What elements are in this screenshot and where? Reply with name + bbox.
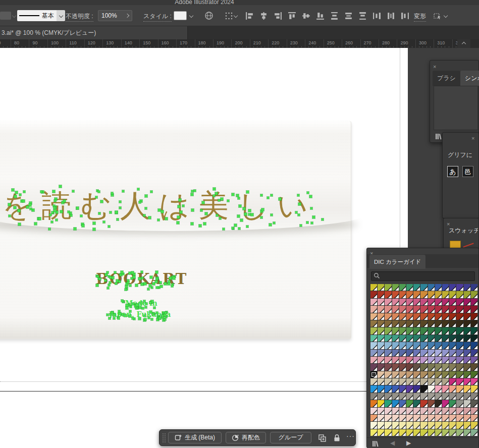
tab-brushes[interactable]: ブラシ [433,71,460,86]
dic-swatch[interactable] [471,335,477,342]
dic-swatch[interactable] [385,400,391,407]
dic-swatch[interactable] [435,422,442,428]
dic-swatch[interactable] [435,371,442,378]
dic-swatch[interactable] [449,284,456,291]
dic-swatch[interactable] [370,313,377,320]
libraries-icon[interactable] [372,440,380,446]
dic-swatch[interactable] [428,400,435,407]
dic-swatch[interactable] [464,385,470,392]
dic-swatch[interactable] [449,306,456,312]
dic-swatch[interactable] [399,400,406,407]
duplicate-plus-icon[interactable] [318,434,327,444]
dic-swatch[interactable] [385,350,391,356]
dic-swatch[interactable] [428,335,435,342]
close-icon[interactable]: × [471,136,474,141]
dic-swatch[interactable] [471,306,477,312]
made-in-line2[interactable]: Japan, Fukuoka [109,310,171,318]
dic-swatch[interactable] [413,299,420,305]
dic-swatch[interactable] [442,284,449,291]
dic-swatch[interactable] [370,327,377,334]
artboard-canvas[interactable]: を読む人は美しい BOOKART Made in Japan, Fukuoka [0,48,408,448]
dic-swatch[interactable] [464,350,470,356]
dic-swatch[interactable] [464,415,470,421]
dic-swatch[interactable] [449,385,456,392]
dic-swatch[interactable] [385,327,391,334]
dic-swatch[interactable] [456,320,463,327]
dic-swatch[interactable] [399,284,406,291]
dic-swatch[interactable] [370,408,377,414]
dic-swatch[interactable] [392,357,399,363]
dic-swatch[interactable] [471,400,477,407]
dic-swatch[interactable] [464,400,470,407]
dic-swatch[interactable] [449,335,456,342]
made-in-line1[interactable]: Made in [125,299,157,307]
dic-swatch[interactable] [399,350,406,356]
dic-swatch[interactable] [435,306,442,312]
dic-swatch[interactable] [399,320,406,327]
close-icon[interactable]: × [433,64,436,69]
dic-swatch[interactable] [385,291,391,298]
group-button[interactable]: グループ [270,432,311,443]
dic-swatch[interactable] [456,327,463,334]
dic-swatch[interactable] [449,408,456,414]
generate-button[interactable]: 生成 (Beta) [168,432,222,443]
dic-swatch[interactable] [456,291,463,298]
dic-swatch[interactable] [378,320,384,327]
dic-swatch[interactable] [420,400,427,407]
dic-swatch[interactable] [370,284,377,291]
dic-swatch[interactable] [456,415,463,421]
dic-swatch[interactable] [378,385,384,392]
dic-swatch[interactable] [420,284,427,291]
dic-swatch[interactable] [442,313,449,320]
dic-swatch[interactable] [464,357,470,363]
align-right-icon[interactable] [274,12,282,20]
tab-symbols[interactable]: シンボル [460,71,479,86]
dic-swatch[interactable] [420,335,427,342]
document-setup-globe-icon[interactable] [204,11,214,22]
dic-swatch[interactable] [435,299,442,305]
dic-swatch[interactable] [464,422,470,428]
dic-swatch[interactable] [392,342,399,349]
dic-swatch[interactable] [449,350,456,356]
dic-swatch[interactable] [435,291,442,298]
dic-swatch[interactable] [456,313,463,320]
horizontal-ruler[interactable]: 7080901001101201301401501601701801902002… [0,39,479,48]
dic-swatch[interactable] [385,385,391,392]
dic-swatch[interactable] [442,429,449,436]
dic-swatch[interactable] [456,342,463,349]
dic-swatch[interactable] [370,357,377,363]
dic-swatch[interactable] [420,378,427,385]
dic-swatch[interactable] [456,422,463,428]
dic-swatch[interactable] [449,415,456,421]
dic-swatch[interactable] [406,408,413,414]
symbols-list-empty[interactable] [434,86,478,130]
dic-swatch[interactable] [413,408,420,414]
dic-swatch[interactable] [378,429,384,436]
dic-swatch[interactable] [456,371,463,378]
dic-swatch[interactable] [378,400,384,407]
dic-swatch[interactable] [385,313,391,320]
dic-swatch[interactable] [420,415,427,421]
dic-swatch[interactable] [435,364,442,370]
dic-swatch[interactable] [442,299,449,305]
next-colors-button[interactable]: ▶ [406,439,411,446]
dic-swatch[interactable] [392,306,399,312]
dic-swatch[interactable] [406,299,413,305]
dic-swatch[interactable] [428,385,435,392]
dic-swatch[interactable] [442,408,449,414]
dic-swatch[interactable] [378,408,384,414]
dic-swatch[interactable] [370,378,377,385]
dic-swatch[interactable] [406,350,413,356]
glyph-option-a-button[interactable]: あ [447,166,458,177]
dic-swatch[interactable] [449,313,456,320]
dic-swatch[interactable] [385,320,391,327]
dic-swatch[interactable] [456,429,463,436]
dic-swatch[interactable] [399,378,406,385]
dic-swatch[interactable] [435,342,442,349]
chevron-right-icon[interactable] [125,14,129,18]
dic-swatch[interactable] [413,415,420,421]
dic-swatch[interactable] [413,335,420,342]
dic-swatch[interactable] [471,378,477,385]
dic-swatch[interactable] [370,364,377,370]
dic-swatch[interactable] [392,422,399,428]
